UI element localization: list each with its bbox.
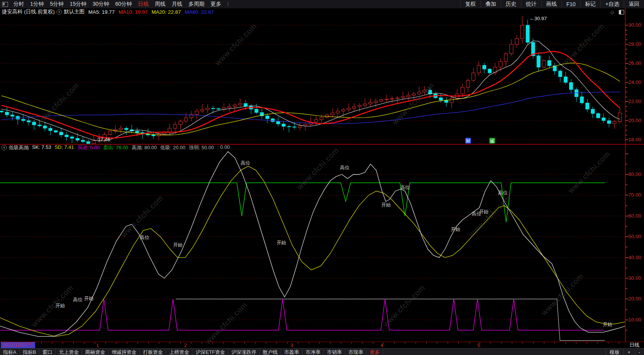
price-axis-tick — [626, 34, 627, 35]
price-axis-label: 18.00 — [628, 137, 644, 142]
bottom-tab-市净率[interactable]: 市净率 — [303, 349, 324, 355]
candle-body — [304, 124, 307, 126]
bottom-tab-市销率[interactable]: 市销率 — [324, 349, 345, 355]
signal-badge-text: 财 — [466, 139, 470, 143]
candlestick-chart[interactable]: ←30.97←17.46财诚 — [0, 15, 625, 144]
toolbar-button-历史[interactable]: 历史 — [501, 1, 521, 8]
label-start: 开始 — [381, 202, 391, 208]
indicator-axis-tick — [626, 153, 628, 154]
toolbar-button-F10[interactable]: F10 — [561, 1, 580, 7]
indicator-chevron-circle-icon[interactable]: ∨ — [2, 145, 7, 150]
toolbar-button-叠加[interactable]: 叠加 — [481, 1, 501, 8]
bottom-tab-more[interactable]: 更多 — [367, 349, 383, 355]
period-tab-15分钟[interactable]: 15分钟 — [70, 1, 87, 8]
indicator-value-7: : 0.00 — [217, 144, 230, 151]
candle-body — [347, 108, 350, 110]
price-axis-label: 28.00 — [628, 41, 644, 47]
candle-body — [331, 113, 334, 115]
date-tick — [191, 342, 191, 344]
period-tab-60分钟[interactable]: 60分钟 — [115, 1, 132, 8]
bottom-tab-指标A[interactable]: 指标A — [0, 349, 20, 355]
bottom-tabs: 指标A指标B窗口北上资金两融资金增减持资金打板资金上榜资金沪深ETF资金沪深涨跌… — [0, 349, 383, 355]
diamond-icon[interactable]: ◇ — [610, 9, 614, 15]
price-axis-tick — [626, 58, 627, 59]
candle-body — [602, 118, 605, 121]
bottom-tab-散户线[interactable]: 散户线 — [260, 349, 281, 355]
date-tick — [277, 342, 277, 344]
chevron-down-circle-icon[interactable]: ∨ — [57, 9, 62, 15]
bottom-tab-沪深涨跌停[interactable]: 沪深涨跌停 — [228, 349, 260, 355]
sd-line — [0, 166, 625, 336]
bottom-tab-北上资金[interactable]: 北上资金 — [56, 349, 82, 355]
bottom-tab-上榜资金[interactable]: 上榜资金 — [166, 349, 193, 355]
date-tick — [255, 342, 256, 344]
toolbar-button-标记[interactable]: 标记 — [580, 1, 600, 8]
date-tick — [362, 342, 362, 344]
date-tick — [565, 342, 566, 344]
date-tick — [383, 342, 384, 344]
period-tab-5分钟[interactable]: 5分钟 — [50, 1, 64, 8]
candle-body — [504, 54, 508, 61]
toolbar-button-返回[interactable]: 返回 — [624, 1, 644, 8]
bottom-tab-沪深ETF资金[interactable]: 沪深ETF资金 — [193, 349, 228, 355]
bottom-tab-增减持资金[interactable]: 增减持资金 — [108, 349, 140, 355]
month-mark-1: 1 — [96, 342, 99, 348]
indicator-axis-tick — [626, 330, 627, 331]
candle-body — [271, 119, 275, 122]
toolbar-button-画线[interactable]: 画线 — [541, 1, 561, 8]
date-tick — [341, 342, 341, 344]
period-tab-30分钟[interactable]: 30分钟 — [92, 1, 109, 8]
price-axis-tick — [626, 25, 628, 26]
period-tab-月线[interactable]: 月线 — [172, 1, 182, 8]
bottom-tab-打板资金[interactable]: 打板资金 — [140, 349, 166, 355]
candle-body — [38, 125, 41, 126]
bottom-button-+[interactable]: + — [623, 349, 634, 355]
date-tick — [533, 342, 534, 344]
date-tick — [20, 342, 20, 344]
month-mark-2: 2 — [184, 342, 187, 348]
period-tab-周线[interactable]: 周线 — [155, 1, 165, 8]
period-tab-1分钟[interactable]: 1分钟 — [30, 1, 44, 8]
candle-body — [488, 69, 492, 73]
candle-body — [201, 110, 204, 111]
toolbar-button-复权[interactable]: 复权 — [460, 1, 481, 8]
period-tab-更多[interactable]: 更多 — [210, 1, 221, 8]
period-tab-分时[interactable]: 分时 — [13, 1, 24, 8]
app-icon[interactable] — [2, 2, 8, 7]
date-axis[interactable]: 2022/12/07/三 日线 12345 — [0, 342, 644, 348]
main-layout-label[interactable]: 默认主图 — [64, 8, 84, 15]
month-mark-4: 4 — [380, 342, 383, 348]
candle-body — [282, 124, 285, 126]
split-window-icon[interactable] — [619, 10, 624, 15]
indicator-axis-tick — [626, 299, 628, 299]
indicator-chart[interactable]: 开始高位开始高位开始高位开始高位开始高位开始高位开始高位开始 — [0, 151, 625, 342]
candle-body — [298, 126, 302, 127]
price-axis-tick — [626, 49, 627, 50]
indicator-axis-label: 70.00 — [628, 192, 644, 198]
bottom-tab-市盈率[interactable]: 市盈率 — [281, 349, 303, 355]
bottom-tab-两融资金[interactable]: 两融资金 — [82, 349, 108, 355]
candle-body — [0, 111, 3, 112]
period-tab-多周期[interactable]: 多周期 — [188, 1, 204, 8]
toolbar-button-+自选[interactable]: +自选 — [600, 1, 624, 8]
candle-body — [320, 117, 323, 119]
bottom-right-buttons: 模板+- — [605, 349, 644, 355]
bottom-tab-指标B[interactable]: 指标B — [20, 349, 40, 355]
bottom-tab-市现率[interactable]: 市现率 — [345, 349, 367, 355]
candle-body — [49, 128, 52, 131]
bottom-button--[interactable]: - — [634, 349, 644, 355]
bottom-button-模板[interactable]: 模板 — [605, 349, 623, 355]
bottom-tab-窗口[interactable]: 窗口 — [39, 349, 56, 355]
candle-body — [222, 108, 226, 109]
toolbar-button-统计[interactable]: 统计 — [521, 1, 541, 8]
candle-body — [136, 131, 139, 133]
period-tab-日线[interactable]: 日线 — [138, 1, 149, 8]
candle-body — [228, 106, 231, 108]
price-axis-tick — [626, 135, 627, 136]
date-tick — [9, 342, 10, 344]
price-axis-tick — [626, 77, 627, 78]
candle-body — [558, 71, 562, 77]
candle-body — [341, 110, 345, 111]
indicator-name[interactable]: 低吸高抛 — [9, 144, 29, 151]
menu-more-chevron-icon[interactable]: 〉 — [227, 1, 232, 8]
